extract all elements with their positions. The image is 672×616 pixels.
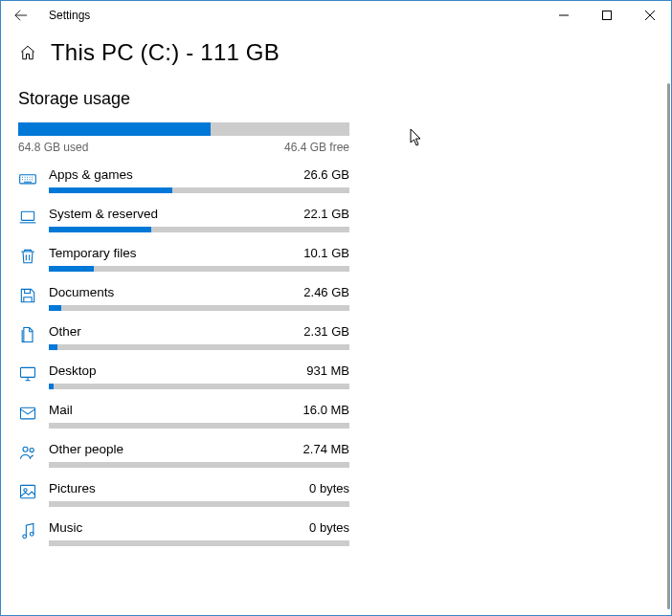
titlebar: Settings <box>1 1 671 30</box>
svg-point-9 <box>23 535 27 539</box>
mail-icon <box>18 404 37 423</box>
category-row[interactable]: Temporary files10.1 GB <box>18 246 365 272</box>
category-label: Mail <box>49 403 73 417</box>
category-size: 10.1 GB <box>303 246 349 260</box>
category-size: 2.74 MB <box>303 442 349 456</box>
page-title: This PC (C:) - 111 GB <box>51 39 280 66</box>
maximize-button[interactable] <box>585 1 628 30</box>
back-button[interactable] <box>7 1 35 30</box>
category-fill <box>49 305 61 311</box>
used-label: 64.8 GB used <box>18 141 88 154</box>
minimize-button[interactable] <box>542 1 585 30</box>
trash-icon <box>18 247 37 266</box>
category-body: Documents2.46 GB <box>49 285 365 311</box>
home-icon <box>19 44 36 61</box>
category-size: 2.46 GB <box>303 285 349 299</box>
category-row[interactable]: Music0 bytes <box>18 520 365 546</box>
svg-point-6 <box>30 448 34 451</box>
monitor-icon <box>18 364 37 384</box>
category-fill <box>49 227 151 232</box>
free-label: 46.4 GB free <box>284 141 349 154</box>
music-icon <box>18 521 37 540</box>
svg-point-5 <box>23 447 28 451</box>
category-size: 0 bytes <box>309 520 349 535</box>
svg-point-10 <box>30 533 34 537</box>
category-body: Desktop931 MB <box>49 363 365 389</box>
category-label: Desktop <box>49 363 97 378</box>
category-bar <box>49 462 349 468</box>
save-icon <box>18 286 37 305</box>
category-body: Apps & games26.6 GB <box>49 167 365 193</box>
category-body: Other people2.74 MB <box>49 442 365 468</box>
arrow-left-icon <box>14 9 28 22</box>
home-button[interactable] <box>18 43 37 62</box>
picture-icon <box>18 482 37 501</box>
category-row[interactable]: Pictures0 bytes <box>18 481 365 507</box>
category-size: 0 bytes <box>309 481 349 495</box>
category-row[interactable]: Mail16.0 MB <box>18 403 365 429</box>
window-controls <box>542 1 671 30</box>
category-bar <box>49 540 349 546</box>
category-body: Pictures0 bytes <box>49 481 365 507</box>
minimize-icon <box>559 11 569 20</box>
svg-rect-3 <box>21 367 35 377</box>
scrollbar[interactable] <box>667 83 670 609</box>
maximize-icon <box>602 11 612 20</box>
category-label: Other <box>49 324 81 339</box>
svg-point-8 <box>24 489 27 492</box>
category-label: Other people <box>49 442 123 456</box>
laptop-icon <box>18 208 37 227</box>
category-bar <box>49 305 349 311</box>
category-body: System & reserved22.1 GB <box>49 207 365 232</box>
category-size: 26.6 GB <box>303 167 349 182</box>
category-bar <box>49 344 349 350</box>
category-size: 16.0 MB <box>303 403 349 417</box>
close-icon <box>645 11 655 20</box>
category-row[interactable]: Documents2.46 GB <box>18 285 365 311</box>
total-usage-bar <box>18 122 349 136</box>
category-row[interactable]: System & reserved22.1 GB <box>18 207 365 232</box>
category-size: 22.1 GB <box>303 207 349 221</box>
category-size: 931 MB <box>306 363 349 378</box>
category-bar <box>49 384 349 389</box>
content: Storage usage 64.8 GB used 46.4 GB free … <box>1 89 365 546</box>
category-bar <box>49 501 349 507</box>
category-label: Documents <box>49 285 114 299</box>
svg-rect-7 <box>21 485 35 497</box>
category-row[interactable]: Apps & games26.6 GB <box>18 167 365 193</box>
category-bar <box>49 423 349 429</box>
category-bar <box>49 187 349 193</box>
category-fill <box>49 344 57 350</box>
category-body: Other2.31 GB <box>49 324 365 350</box>
category-list: Apps & games26.6 GBSystem & reserved22.1… <box>18 167 365 546</box>
category-label: Apps & games <box>49 167 133 182</box>
svg-rect-4 <box>21 407 35 419</box>
category-label: Music <box>49 520 82 535</box>
category-label: Pictures <box>49 481 96 495</box>
app-name: Settings <box>49 9 90 22</box>
category-body: Music0 bytes <box>49 520 365 546</box>
category-row[interactable]: Other2.31 GB <box>18 324 365 350</box>
category-row[interactable]: Other people2.74 MB <box>18 442 365 468</box>
category-body: Temporary files10.1 GB <box>49 246 365 272</box>
category-row[interactable]: Desktop931 MB <box>18 363 365 389</box>
cursor-icon <box>410 129 423 146</box>
category-bar <box>49 266 349 272</box>
category-fill <box>49 384 54 389</box>
category-fill <box>49 266 94 272</box>
section-title: Storage usage <box>18 89 365 109</box>
total-usage-fill <box>18 122 211 136</box>
people-icon <box>18 443 37 462</box>
usage-labels: 64.8 GB used 46.4 GB free <box>18 141 349 154</box>
svg-rect-0 <box>602 11 611 20</box>
category-label: Temporary files <box>49 246 137 260</box>
category-body: Mail16.0 MB <box>49 403 365 429</box>
category-label: System & reserved <box>49 207 158 221</box>
category-fill <box>49 187 172 193</box>
page-header: This PC (C:) - 111 GB <box>1 30 671 79</box>
close-button[interactable] <box>628 1 671 30</box>
keyboard-icon <box>18 168 37 187</box>
category-bar <box>49 227 349 232</box>
page-icon <box>18 325 37 344</box>
svg-rect-2 <box>21 211 34 220</box>
